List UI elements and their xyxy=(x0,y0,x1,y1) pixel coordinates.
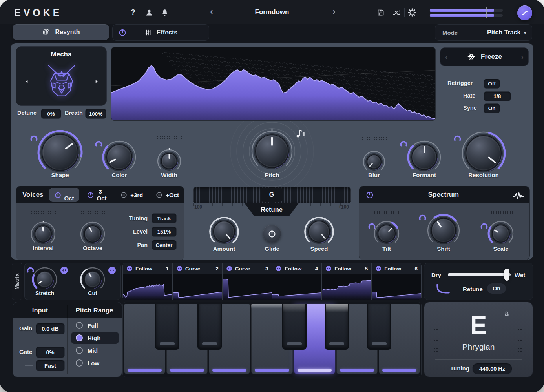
black-key-b4[interactable] xyxy=(282,304,307,350)
spectral-display[interactable] xyxy=(111,47,436,121)
shift-knob[interactable] xyxy=(425,212,462,249)
tuning-value[interactable]: 440.00 Hz xyxy=(472,363,512,374)
account-icon[interactable] xyxy=(144,8,154,17)
cut-knob[interactable] xyxy=(80,267,106,292)
mod-slot-1[interactable]: Follow1 xyxy=(123,263,173,300)
gate-speed-value[interactable]: Fast xyxy=(36,360,65,371)
black-key-b1[interactable] xyxy=(155,304,179,350)
mod-slot-waveform[interactable] xyxy=(322,274,371,300)
bipolar-toggle-icon[interactable] xyxy=(325,265,332,272)
mod-slot-6[interactable]: Follow6 xyxy=(372,263,421,300)
mod-slot-5[interactable]: Follow5 xyxy=(322,263,372,300)
preset-title: Mecha xyxy=(16,51,106,58)
plugin-window: EVOKE ? ‹ Formdown › Resynth xyxy=(0,0,544,392)
scale-knob[interactable] xyxy=(486,219,515,248)
preset-name[interactable]: Formdown xyxy=(232,8,312,16)
black-key-b6[interactable] xyxy=(367,304,391,350)
preset-arrow-left[interactable] xyxy=(24,79,29,85)
bipolar-toggle-icon[interactable] xyxy=(375,265,382,272)
black-key-b5[interactable] xyxy=(325,304,349,350)
spectrum-power-icon[interactable] xyxy=(365,191,374,199)
tilt-knob[interactable] xyxy=(372,219,401,248)
bipolar-toggle-icon[interactable] xyxy=(60,266,69,275)
resolution-knob[interactable] xyxy=(459,129,508,178)
mod-slot-waveform[interactable] xyxy=(223,274,272,300)
pitch-range-option-high[interactable]: High xyxy=(71,332,119,344)
meter-tick xyxy=(486,7,487,18)
music-note-icon[interactable] xyxy=(294,128,306,140)
speed-knob[interactable] xyxy=(302,214,336,249)
color-knob[interactable] xyxy=(100,138,138,176)
effects-power-icon[interactable] xyxy=(118,28,127,37)
bipolar-toggle-icon[interactable] xyxy=(108,266,117,275)
mod-slot-waveform[interactable] xyxy=(123,274,172,300)
octave-knob[interactable] xyxy=(79,221,106,247)
output-meter[interactable] xyxy=(430,9,503,17)
lock-icon[interactable] xyxy=(503,310,511,318)
pitch-range-option-mid[interactable]: Mid xyxy=(71,345,119,356)
voice-button--oct[interactable]: -Oct xyxy=(49,188,79,202)
randomize-icon[interactable] xyxy=(392,8,401,17)
settings-gear-icon[interactable] xyxy=(407,8,417,17)
pan-value[interactable]: Center xyxy=(152,240,177,250)
preset-arrow-right[interactable] xyxy=(94,79,99,85)
interval-knob[interactable] xyxy=(30,221,57,247)
tab-effects[interactable]: Effects xyxy=(112,24,209,41)
pitch-range-option-low[interactable]: Low xyxy=(71,357,119,369)
tuning-value[interactable]: Track xyxy=(152,213,177,223)
notifications-icon[interactable] xyxy=(160,8,170,17)
mod-slot-2[interactable]: Curve2 xyxy=(173,263,223,300)
tab-resynth[interactable]: Resynth xyxy=(13,24,109,40)
mix-retune-toggle[interactable]: On xyxy=(487,283,506,294)
shape-knob[interactable] xyxy=(34,127,86,178)
bipolar-toggle-icon[interactable] xyxy=(126,265,133,272)
sync-value[interactable]: On xyxy=(484,103,500,113)
breath-value[interactable]: 100% xyxy=(85,109,106,119)
mod-slot-waveform[interactable] xyxy=(272,274,321,300)
mod-slot-waveform[interactable] xyxy=(173,274,222,300)
headphones-icon[interactable] xyxy=(453,134,462,143)
dry-wet-slider[interactable] xyxy=(448,273,511,276)
preset-next-button[interactable]: › xyxy=(330,7,338,17)
mod-slot-4[interactable]: Follow4 xyxy=(272,263,322,300)
preset-prev-button[interactable]: ‹ xyxy=(207,7,216,17)
black-key-b2[interactable] xyxy=(197,304,222,350)
width-knob[interactable] xyxy=(156,148,182,174)
voice-button--3oct[interactable]: -3 Oct xyxy=(82,188,113,202)
character-button[interactable] xyxy=(517,5,532,20)
voice-button-+3rd[interactable]: +3rd xyxy=(115,188,148,202)
retrigger-value[interactable]: Off xyxy=(484,79,500,89)
blur-knob[interactable] xyxy=(362,150,386,174)
formant-knob[interactable] xyxy=(405,138,443,176)
voice-button-+oct[interactable]: +Oct xyxy=(150,188,184,202)
amount-label: Amount xyxy=(213,245,235,252)
save-icon[interactable] xyxy=(376,8,385,17)
matrix-tab[interactable]: Matrix xyxy=(12,263,22,300)
gain-value[interactable]: 0.0 dB xyxy=(36,323,65,334)
dry-wet-handle[interactable] xyxy=(504,269,509,281)
bipolar-toggle-icon[interactable] xyxy=(226,265,232,272)
mod-slot-waveform[interactable] xyxy=(372,274,421,300)
detune-value[interactable]: 0% xyxy=(41,109,61,119)
rate-value[interactable]: 1/8 xyxy=(484,91,511,101)
headphones-icon[interactable] xyxy=(94,140,103,149)
stretch-knob[interactable] xyxy=(32,267,58,292)
detected-scale: Phrygian xyxy=(462,342,495,352)
bipolar-toggle-icon[interactable] xyxy=(276,265,282,272)
mode-select[interactable]: Mode Pitch Track ▾ xyxy=(435,24,532,41)
headphones-icon[interactable] xyxy=(399,140,408,149)
glide-button[interactable] xyxy=(263,225,281,243)
pitch-knob[interactable] xyxy=(233,112,311,191)
mod-slot-3[interactable]: Curve3 xyxy=(223,263,272,300)
help-button[interactable]: ? xyxy=(129,8,137,16)
headphones-icon[interactable] xyxy=(29,134,38,143)
formant-label: Formant xyxy=(413,172,436,178)
gate-value[interactable]: 0% xyxy=(36,347,65,358)
level-value[interactable]: 151% xyxy=(152,227,177,237)
retune-note[interactable]: G xyxy=(261,188,283,202)
bipolar-toggle-icon[interactable] xyxy=(176,265,183,272)
amount-knob[interactable] xyxy=(207,214,241,249)
pitch-range-option-full[interactable]: Full xyxy=(71,319,119,331)
freeze-button[interactable]: ‹ Freeze › xyxy=(440,47,529,66)
speed-label: Speed xyxy=(310,245,328,252)
